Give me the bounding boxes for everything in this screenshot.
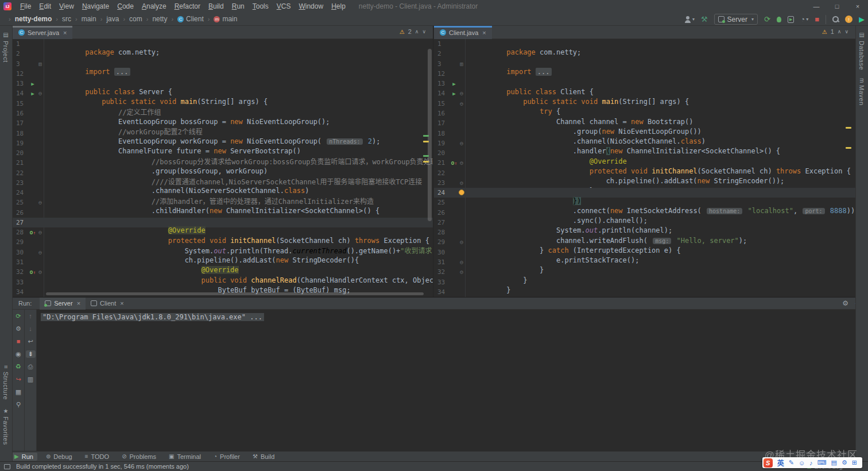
code-line[interactable]: 34 (434, 287, 855, 297)
menu-item[interactable]: Window (294, 1, 327, 11)
gutter-icon[interactable] (450, 81, 458, 87)
fold-icon[interactable] (37, 61, 44, 67)
line-number[interactable]: 34 (434, 288, 450, 296)
fold-icon[interactable] (458, 160, 465, 166)
line-number[interactable]: 13 (13, 80, 29, 87)
user-menu[interactable]: ▾ (684, 16, 695, 23)
gutter-icon[interactable] (29, 81, 37, 87)
toolwindow-terminal[interactable]: ▣ Terminal (165, 453, 205, 461)
horizontal-scrollbar[interactable] (46, 292, 424, 295)
line-number[interactable]: 25 (13, 199, 29, 206)
build-hammer-icon[interactable]: ⚒ (701, 15, 708, 24)
line-number[interactable]: 14 (434, 90, 450, 97)
line-number[interactable]: 20 (13, 149, 29, 157)
line-number[interactable]: 34 (13, 288, 29, 296)
line-number[interactable]: 25 (434, 199, 450, 206)
run-tab-server[interactable]: Server × (40, 298, 86, 310)
line-number[interactable]: 13 (434, 80, 450, 87)
run-with-coverage-icon[interactable]: ▶ (788, 16, 794, 23)
breadcrumb-item[interactable]: m main (204, 15, 238, 23)
line-number[interactable]: 29 (434, 238, 450, 246)
exit-icon[interactable]: ↪ (14, 376, 24, 383)
run-tab-client[interactable]: Client × (86, 298, 129, 310)
line-number[interactable]: 28 (434, 229, 450, 236)
line-number[interactable]: 31 (13, 258, 29, 266)
line-number[interactable]: 19 (13, 140, 29, 147)
restore-layout-icon[interactable]: ▦ (14, 388, 24, 396)
close-icon[interactable]: × (120, 300, 123, 307)
fold-icon[interactable] (458, 190, 465, 196)
handwriting-icon[interactable]: ▤ (831, 459, 837, 466)
close-button[interactable]: × (847, 0, 868, 13)
stripe-mark[interactable] (423, 141, 429, 142)
line-number[interactable]: 12 (434, 70, 450, 78)
toolbox-icon[interactable]: ⚙ (842, 459, 847, 466)
line-number[interactable]: 17 (434, 119, 450, 127)
menu-item[interactable]: Build (204, 1, 228, 11)
line-number[interactable]: 18 (434, 130, 450, 137)
fold-icon[interactable] (37, 249, 44, 256)
keyboard-icon[interactable]: ⌨ (817, 459, 827, 466)
fold-icon[interactable] (458, 259, 465, 265)
fold-icon[interactable] (458, 140, 465, 146)
stripe-mark[interactable] (846, 147, 851, 149)
line-number[interactable]: 23 (434, 179, 450, 187)
gutter-icon[interactable] (29, 269, 37, 275)
line-number[interactable]: 1 (434, 40, 450, 48)
menu-item[interactable]: Edit (35, 1, 55, 11)
gc-icon[interactable]: ♻ (14, 363, 24, 370)
stop-icon[interactable]: ■ (815, 15, 819, 24)
fold-icon[interactable] (458, 90, 465, 96)
stripe-mark[interactable] (423, 135, 429, 137)
gutter-icon[interactable] (29, 229, 37, 235)
pen-icon[interactable]: ✎ (789, 459, 794, 466)
line-number[interactable]: 32 (434, 268, 450, 276)
settings-icon[interactable]: ⚙ (14, 325, 24, 333)
line-number[interactable]: 33 (434, 279, 450, 286)
breadcrumb-item[interactable]: netty (142, 15, 168, 23)
line-number[interactable]: 1 (13, 40, 29, 48)
menu-item[interactable]: Navigate (78, 1, 113, 11)
toolwindow-debug[interactable]: ⊚ Debug (42, 453, 76, 461)
line-number[interactable]: 21 (13, 159, 29, 167)
line-number[interactable]: 24 (13, 189, 29, 196)
soft-wrap-icon[interactable]: ↩ (26, 338, 36, 345)
menu-item[interactable]: File (16, 1, 35, 11)
line-number[interactable]: 3 (434, 60, 450, 68)
line-number[interactable]: 27 (434, 219, 450, 226)
rerun-app-icon[interactable]: ⟳ (764, 15, 770, 24)
tab-client-java[interactable]: C Client.java × (434, 26, 492, 39)
fold-icon[interactable] (458, 101, 465, 107)
prev-warning-icon[interactable]: ∧ (415, 29, 419, 34)
tab-server-java[interactable]: C Server.java × (13, 26, 72, 39)
line-number[interactable]: 12 (13, 70, 29, 78)
print-icon[interactable]: ⎙ (26, 363, 36, 370)
menu-item[interactable]: View (55, 1, 78, 11)
colorful-play-icon[interactable]: ▶ (859, 15, 865, 24)
close-icon[interactable]: × (77, 300, 80, 307)
menu-item[interactable]: Code (113, 1, 138, 11)
fold-icon[interactable] (458, 239, 465, 245)
line-number[interactable]: 26 (13, 209, 29, 217)
line-number[interactable]: 16 (434, 110, 450, 117)
ide-update-icon[interactable]: ↑ (845, 16, 852, 23)
line-number[interactable]: 33 (13, 279, 29, 286)
line-number[interactable]: 18 (13, 130, 29, 137)
tool-database[interactable]: ▤ Database (858, 32, 865, 70)
fold-icon[interactable] (37, 229, 44, 235)
line-number[interactable]: 19 (434, 140, 450, 147)
voice-icon[interactable]: ♪ (809, 460, 813, 466)
line-number[interactable]: 22 (13, 169, 29, 177)
stripe-mark[interactable] (846, 127, 851, 129)
line-number[interactable]: 15 (434, 100, 450, 107)
line-number[interactable]: 22 (434, 169, 450, 177)
profiler-menu[interactable]: ◔▾ (800, 15, 808, 24)
grid-icon[interactable]: ⊞ (852, 459, 857, 466)
breadcrumb-item[interactable]: com (119, 15, 142, 23)
line-number[interactable]: 27 (13, 219, 29, 226)
line-number[interactable]: 2 (434, 50, 450, 57)
tool-project[interactable]: ▤ Project (2, 32, 9, 62)
emoji-icon[interactable]: ☺ (799, 460, 805, 466)
toolwindow-problems[interactable]: ⊘ Problems (118, 453, 160, 461)
minimize-button[interactable]: — (806, 0, 827, 13)
